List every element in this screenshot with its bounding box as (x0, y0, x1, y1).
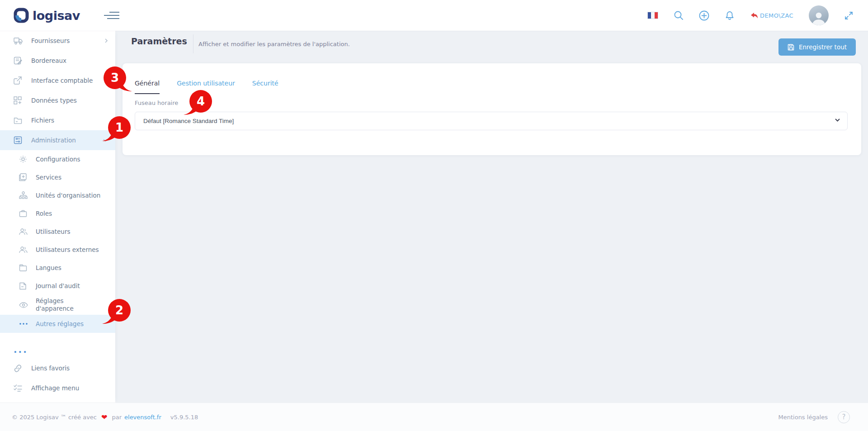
sidebar-item-liens-favoris[interactable]: Liens favoris (0, 358, 115, 378)
user-name: DEMO\ZAC (760, 12, 793, 19)
sidebar-subitem-reglages-apparence[interactable]: Réglages d'apparence (0, 295, 115, 315)
svg-text:4: 4 (197, 95, 205, 108)
menu-toggle-icon[interactable] (104, 10, 120, 20)
sidebar-item-label: Interface comptable (31, 77, 93, 84)
sidebar-item-interface-comptable[interactable]: Interface comptable (0, 71, 115, 90)
save-all-button[interactable]: Enregistrer tout (778, 38, 856, 56)
search-icon[interactable] (674, 10, 684, 20)
help-icon[interactable]: ? (838, 411, 850, 423)
sidebar-item-affichage-menu[interactable]: Affichage menu (0, 378, 115, 398)
annotation-badge-2: 2 (101, 298, 131, 325)
page-header: Paramètres Afficher et modifier les para… (115, 31, 868, 63)
sidebar-item-fournisseurs[interactable]: Fournisseurs (0, 31, 115, 51)
sidebar-more-button[interactable]: ... (0, 341, 115, 358)
doc-plus-icon (19, 173, 28, 181)
undo-arrow-icon (750, 12, 758, 19)
tab-securite[interactable]: Sécurité (252, 80, 278, 94)
sidebar-item-label: Liens favoris (31, 365, 70, 372)
app-logo[interactable]: logisav (0, 8, 80, 23)
svg-text:1: 1 (115, 121, 123, 134)
file-icon (19, 282, 28, 290)
users-icon (19, 246, 28, 253)
footer-right: Mentions légales ? (778, 411, 850, 423)
note-icon (14, 57, 23, 65)
org-chart-icon (19, 191, 28, 199)
sidebar-item-administration[interactable]: Administration (0, 130, 115, 150)
sidebar-item-label: Fournisseurs (31, 37, 70, 44)
sidebar-subitem-utilisateurs-externes[interactable]: Utilisateurs externes (0, 241, 115, 259)
sidebar-subitem-label: Unités d'organisation (36, 192, 100, 199)
sidebar-subitem-label: Utilisateurs (36, 228, 70, 236)
save-all-label: Enregistrer tout (799, 43, 847, 51)
elevensoft-link[interactable]: elevensoft.fr (124, 414, 161, 421)
sidebar-item-fichiers[interactable]: Fichiers (0, 110, 115, 130)
sidebar-subitem-services[interactable]: Services (0, 168, 115, 186)
settings-card: Général Gestion utilisateur Sécurité Fus… (123, 63, 861, 155)
grid-plus-icon (14, 96, 23, 104)
heart-icon: ❤ (101, 413, 107, 422)
sidebar-item-label: Fichiers (31, 117, 54, 124)
sidebar-item-label: Bordereaux (31, 57, 66, 64)
page-subtitle: Afficher et modifier les paramètres de l… (198, 41, 350, 47)
help-glyph: ? (842, 413, 846, 421)
sidebar-subitem-label: Roles (36, 210, 52, 218)
app-version: v5.9.5.18 (170, 414, 198, 421)
timezone-select-wrap: Défaut [Romance Standard Time] (135, 112, 848, 130)
sidebar-subitem-langues[interactable]: Langues (0, 259, 115, 277)
external-link-icon (14, 76, 23, 85)
timezone-select[interactable]: Défaut [Romance Standard Time] (135, 112, 848, 130)
sidebar-subitem-label: Utilisateurs externes (36, 246, 99, 254)
sidebar-subitem-label: Services (36, 174, 61, 181)
plus-circle-icon[interactable] (699, 10, 709, 21)
top-bar: logisav (0, 0, 868, 31)
expand-icon[interactable] (844, 11, 854, 20)
sidebar-item-label: Affichage menu (31, 384, 79, 392)
logo-text: logisav (33, 9, 80, 23)
tab-general[interactable]: Général (135, 80, 160, 94)
chevron-right-icon (104, 38, 108, 43)
gear-icon (19, 155, 28, 163)
svg-text:3: 3 (111, 71, 119, 85)
sidebar-item-bordereaux[interactable]: Bordereaux (0, 51, 115, 71)
sidebar-item-label: Données types (31, 97, 77, 104)
by-text: par (112, 414, 122, 421)
timezone-label: Fuseau horaire (135, 99, 848, 106)
sidebar-subitem-label: Réglages d'apparence (36, 297, 90, 313)
checklist-icon (14, 384, 23, 392)
sidebar-subitem-label: Configurations (36, 156, 80, 163)
logo-icon (14, 8, 29, 23)
user-menu[interactable]: DEMO\ZAC (750, 12, 793, 19)
sliders-icon (14, 136, 23, 144)
annotation-badge-1: 1 (101, 116, 131, 142)
annotation-badge-4: 4 (183, 90, 212, 116)
folder-tab-icon (19, 264, 28, 271)
mentions-legales-link[interactable]: Mentions légales (778, 414, 828, 421)
main-content: Paramètres Afficher et modifier les para… (115, 31, 868, 403)
sidebar-subitem-autres-reglages[interactable]: Autres réglages (0, 315, 115, 333)
sidebar-subitem-label: Langues (36, 264, 61, 272)
sidebar-subitem-label: Autres réglages (36, 320, 84, 328)
sidebar-subitem-configurations[interactable]: Configurations (0, 150, 115, 168)
sidebar-subitem-roles[interactable]: Roles (0, 204, 115, 223)
svg-text:2: 2 (115, 303, 123, 317)
sidebar-item-donnees-types[interactable]: Données types (0, 90, 115, 110)
briefcase-icon (19, 210, 28, 217)
footer-copyright: © 2025 Logisav ™ créé avec ❤ par elevens… (12, 413, 198, 422)
ellipsis-icon (19, 322, 28, 325)
link-icon (14, 365, 23, 372)
bell-icon[interactable] (725, 10, 735, 21)
footer: © 2025 Logisav ™ créé avec ❤ par elevens… (0, 403, 868, 431)
sidebar-subitem-utilisateurs[interactable]: Utilisateurs (0, 223, 115, 241)
sidebar-subitem-unites-organisation[interactable]: Unités d'organisation (0, 186, 115, 204)
french-flag-icon[interactable] (647, 12, 658, 19)
sidebar-subitem-journal-audit[interactable]: Journal d'audit (0, 277, 115, 295)
save-icon (788, 44, 794, 51)
folder-icon (14, 117, 23, 124)
topbar-actions: DEMO\ZAC (647, 5, 868, 25)
avatar[interactable] (809, 5, 829, 25)
eye-icon (19, 302, 28, 308)
title-divider (193, 34, 193, 53)
copyright-text: © 2025 Logisav ™ créé avec (12, 414, 97, 421)
annotation-badge-3: 3 (103, 66, 133, 92)
truck-icon (14, 37, 23, 45)
